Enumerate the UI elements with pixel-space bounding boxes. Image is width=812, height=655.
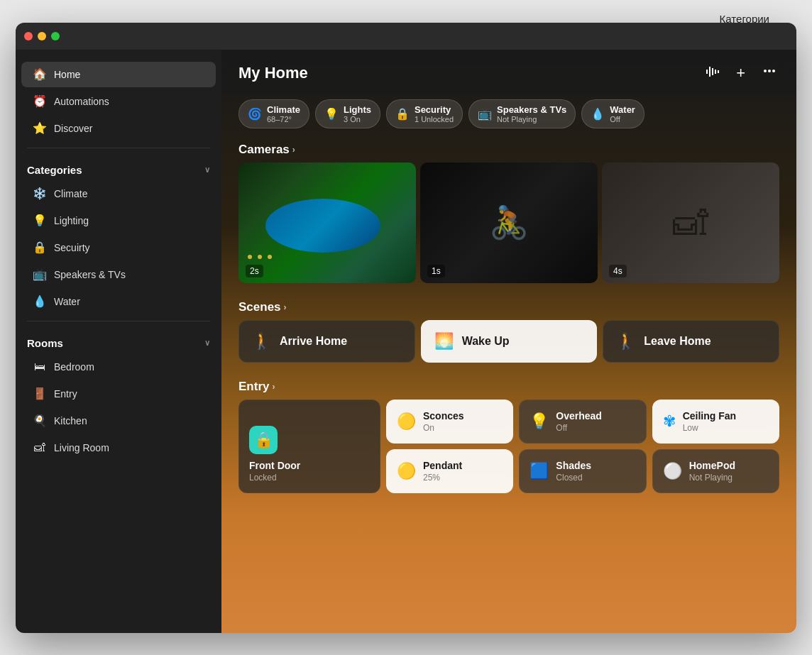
accessory-frontdoor[interactable]: 🔒 Front Door Locked — [238, 400, 380, 493]
sidebar-item-kitchen[interactable]: 🍳 Kitchen — [21, 408, 216, 434]
climate-pill-sub: 68–72° — [267, 115, 300, 123]
entry-section-header[interactable]: Entry › — [221, 374, 796, 400]
scene-wake-up[interactable]: 🌅 Wake Up — [421, 320, 598, 363]
entry-chevron: › — [272, 382, 275, 392]
sconces-sub: On — [423, 423, 464, 433]
camera-card-2[interactable]: 🚴 1s — [420, 163, 598, 283]
climate-pill-label: Climate — [267, 104, 300, 115]
sidebar-label-automations: Automations — [54, 96, 109, 107]
lock-teal-icon: 🔒 — [249, 426, 278, 454]
lights-pill-icon: 💡 — [324, 107, 339, 121]
accessory-ceilingfan[interactable]: ✾ Ceiling Fan Low — [652, 400, 779, 444]
sidebar-label-water: Water — [54, 296, 80, 307]
svg-point-5 — [764, 70, 767, 72]
pool-oval — [265, 199, 381, 253]
categories-section-header[interactable]: Categories ∨ — [16, 154, 221, 180]
camera-card-3[interactable]: 🛋 4s — [602, 163, 779, 283]
accessory-pendant[interactable]: 🟡 Pendant 25% — [386, 449, 513, 493]
ceilingfan-icon: ✾ — [663, 412, 676, 431]
living-camera-visual: 🛋 — [602, 163, 779, 283]
ceilingfan-title: Ceiling Fan — [683, 410, 736, 422]
sidebar-label-security: Secuirty — [54, 242, 90, 253]
sidebar-label-home: Home — [54, 69, 80, 80]
cameras-grid: 2s 🚴 1s 🛋 4s — [221, 163, 796, 295]
bedroom-icon: 🛏 — [33, 360, 47, 374]
main-header: My Home + — [221, 50, 796, 94]
sidebar-divider-1 — [27, 148, 210, 148]
minimize-button[interactable] — [38, 32, 46, 40]
scene-leave-home[interactable]: 🚶 Leave Home — [603, 320, 779, 363]
more-button[interactable] — [759, 61, 779, 84]
sidebar-item-water[interactable]: 💧 Water — [21, 289, 216, 314]
pill-speakers[interactable]: 📺 Speakers & TVs Not Playing — [468, 99, 576, 128]
accessory-shades[interactable]: 🟦 Shades Closed — [519, 449, 646, 493]
frontdoor-sub: Locked — [249, 473, 370, 483]
accessory-homepod[interactable]: ⚪ HomePod Not Playing — [652, 449, 779, 493]
waveform-button[interactable] — [703, 64, 722, 82]
sidebar-divider-2 — [27, 321, 210, 321]
pill-lights[interactable]: 💡 Lights 3 On — [315, 99, 380, 128]
sidebar-item-automations[interactable]: ⏰ Automations — [21, 89, 216, 114]
scenes-grid: 🚶 Arrive Home 🌅 Wake Up 🚶 Leave Home — [221, 320, 796, 374]
homepod-title: HomePod — [689, 460, 735, 471]
entry-icon: 🚪 — [33, 387, 47, 401]
water-pill-sub: Off — [610, 115, 635, 123]
cameras-section-header[interactable]: Cameras › — [221, 137, 796, 163]
sidebar-item-livingroom[interactable]: 🛋 Living Room — [21, 435, 216, 461]
pill-climate[interactable]: 🌀 Climate 68–72° — [238, 99, 309, 128]
status-pills: 🌀 Climate 68–72° 💡 Lights 3 On 🔒 — [221, 94, 796, 137]
sidebar-item-discover[interactable]: ⭐ Discover — [21, 116, 216, 141]
garage-bike-icon: 🚴 — [489, 204, 529, 241]
sidebar-item-climate[interactable]: ❄️ Climate — [21, 181, 216, 207]
svg-rect-4 — [718, 70, 719, 73]
lights-pill-label: Lights — [344, 104, 371, 115]
lighting-icon: 💡 — [33, 214, 47, 228]
sidebar-item-lighting[interactable]: 💡 Lighting — [21, 208, 216, 233]
sidebar-label-speakers: Speakers & TVs — [54, 269, 126, 280]
homepod-sub: Not Playing — [689, 473, 735, 483]
speakers-pill-sub: Not Playing — [497, 115, 566, 123]
camera-3-timestamp: 4s — [609, 265, 627, 277]
header-actions: + — [703, 61, 779, 85]
camera-2-timestamp: 1s — [427, 265, 445, 277]
sidebar-label-lighting: Lighting — [54, 215, 89, 226]
entry-label: Entry — [238, 380, 269, 394]
homepod-icon: ⚪ — [663, 462, 682, 480]
sidebar-item-home[interactable]: 🏠 Home — [21, 62, 216, 87]
svg-point-6 — [768, 70, 771, 72]
kitchen-icon: 🍳 — [33, 414, 47, 428]
frontdoor-title: Front Door — [249, 460, 370, 471]
discover-icon: ⭐ — [33, 121, 47, 136]
close-button[interactable] — [24, 32, 33, 40]
cameras-label: Cameras — [238, 143, 290, 157]
accessory-sconces[interactable]: 🟡 Sconces On — [386, 400, 513, 444]
categories-label: Categories — [27, 164, 82, 176]
livingroom-icon: 🛋 — [33, 441, 47, 455]
sidebar-item-speakers[interactable]: 📺 Speakers & TVs — [21, 262, 216, 287]
sidebar-item-entry[interactable]: 🚪 Entry — [21, 381, 216, 407]
scenes-section-header[interactable]: Scenes › — [221, 295, 796, 320]
home-icon: 🏠 — [33, 67, 47, 82]
scenes-label: Scenes — [238, 300, 281, 314]
sidebar-label-livingroom: Living Room — [54, 442, 109, 453]
accessory-overhead[interactable]: 💡 Overhead Off — [519, 400, 646, 444]
svg-rect-0 — [706, 70, 708, 74]
scene-arrive-home[interactable]: 🚶 Arrive Home — [238, 320, 415, 363]
traffic-lights — [24, 32, 60, 40]
pill-security[interactable]: 🔒 Security 1 Unlocked — [386, 99, 463, 128]
water-pill-icon: 💧 — [591, 107, 605, 121]
svg-rect-3 — [715, 70, 716, 74]
climate-pill-icon: 🌀 — [248, 107, 262, 121]
water-icon: 💧 — [33, 295, 47, 309]
sidebar-item-security[interactable]: 🔒 Secuirty — [21, 235, 216, 260]
arrive-home-label: Arrive Home — [280, 335, 347, 348]
rooms-section-header[interactable]: Rooms ∨ — [16, 327, 221, 353]
camera-card-1[interactable]: 2s — [238, 163, 416, 283]
sidebar-label-kitchen: Kitchen — [54, 415, 87, 426]
pill-water[interactable]: 💧 Water Off — [581, 99, 644, 128]
sidebar-item-bedroom[interactable]: 🛏 Bedroom — [21, 354, 216, 380]
fullscreen-button[interactable] — [51, 32, 60, 40]
svg-point-7 — [772, 70, 775, 72]
add-button[interactable]: + — [733, 61, 748, 85]
overhead-title: Overhead — [556, 410, 602, 422]
